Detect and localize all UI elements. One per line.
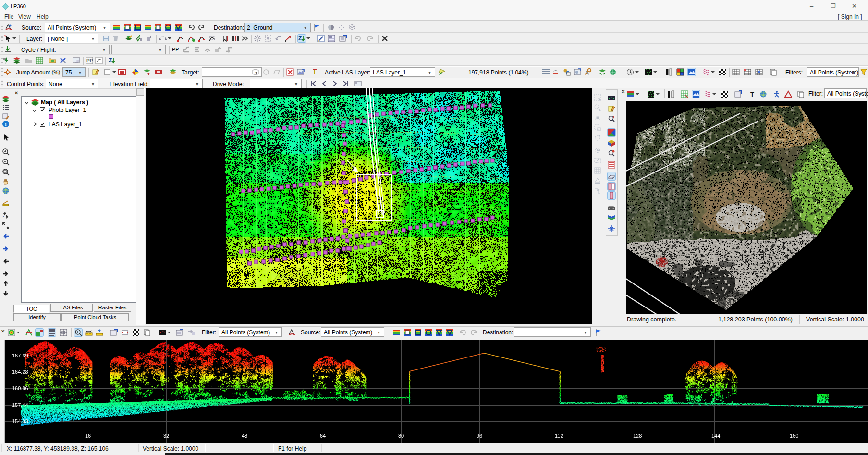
svg-text:T: T [750, 91, 754, 98]
svg-text:Z: Z [109, 57, 112, 64]
svg-text:PP: PP [86, 58, 93, 63]
svg-text:i: i [5, 121, 6, 127]
svg-text:×: × [2, 215, 4, 218]
svg-text:Z: Z [298, 35, 302, 42]
